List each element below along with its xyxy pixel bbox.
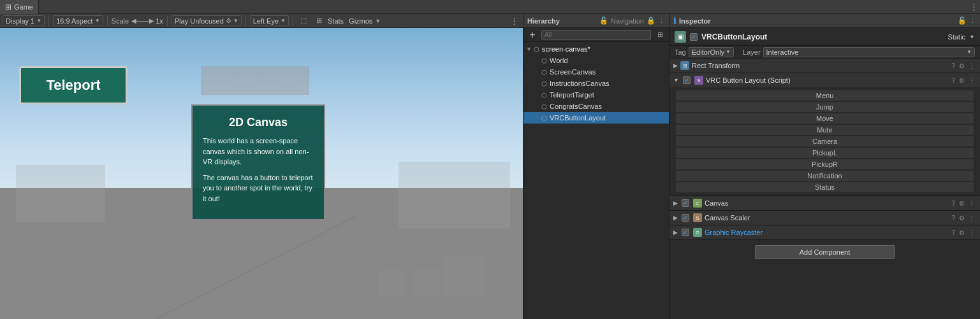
- inspector-object-row: ▣ ✓ VRCButtonLayout Static ▼: [669, 28, 980, 46]
- raycaster-settings-btn[interactable]: ⚙: [958, 229, 966, 236]
- rect-more-btn[interactable]: ⋮: [967, 62, 976, 69]
- play-mode-arrow: ▼: [233, 18, 238, 24]
- hier-world-icon: ⬡: [541, 57, 547, 64]
- inspector-panel-icons: 🔓 ⋮: [958, 17, 976, 25]
- script-more-btn[interactable]: ⋮: [967, 77, 976, 84]
- rect-transform-icon: ⊞: [680, 61, 689, 70]
- rect-transform-header[interactable]: ▶ ⊞ Rect Transform ? ⚙ ⋮: [669, 59, 980, 73]
- gizmos-arrow[interactable]: ▼: [375, 18, 381, 24]
- hierarchy-search-options[interactable]: ⊞: [654, 29, 666, 41]
- static-dropdown-arrow[interactable]: ▼: [969, 34, 975, 40]
- raycaster-icon: G: [693, 228, 702, 237]
- grid-icon[interactable]: ⊞: [312, 15, 325, 27]
- hierarchy-lock-icon[interactable]: 🔓: [599, 17, 608, 25]
- hierarchy-content: ▼ ⬡ screen-canvas* ⬡ World ⬡ ScreenCanva…: [523, 42, 669, 319]
- aspect-arrow: ▼: [95, 18, 100, 24]
- scaler-icon: S: [693, 213, 702, 222]
- script-cell-notification: Notification: [676, 171, 974, 181]
- tag-dropdown[interactable]: EditorOnly ▼: [689, 47, 734, 57]
- scale-control[interactable]: ◀——▶ 1x: [131, 17, 163, 25]
- script-cell-camera: Camera: [676, 136, 974, 146]
- gizmos-btn[interactable]: Gizmos: [349, 17, 372, 25]
- navigation-tab-label[interactable]: Navigation: [611, 17, 644, 25]
- script-row-status: Status: [675, 181, 975, 193]
- hierarchy-add-btn[interactable]: +: [526, 29, 539, 41]
- script-checkbox[interactable]: ✓: [683, 76, 691, 84]
- aspect-dropdown[interactable]: 16:9 Aspect ▼: [53, 15, 103, 26]
- hier-more[interactable]: ⋮: [658, 17, 665, 25]
- display-arrow: ▼: [36, 18, 41, 24]
- eye-dropdown[interactable]: Left Eye ▼: [250, 15, 289, 26]
- scaler-arrow: ▶: [673, 215, 678, 221]
- script-cell-move: Move: [676, 113, 974, 124]
- hier-vrc-label: VRCButtonLayout: [550, 114, 606, 122]
- canvas-icon: C: [693, 199, 702, 208]
- scaler-more-btn[interactable]: ⋮: [967, 215, 976, 222]
- script-settings-btn[interactable]: ⚙: [958, 77, 966, 84]
- ui-rect-top: [201, 66, 309, 95]
- rect-arrow: ▶: [673, 62, 678, 69]
- ui-rect-right: [399, 162, 510, 229]
- scaler-help-btn[interactable]: ?: [950, 215, 956, 222]
- game-toolbar: Display 1 ▼ 16:9 Aspect ▼ Scale ◀——▶ 1x …: [0, 14, 523, 28]
- canvas-settings-btn[interactable]: ⚙: [958, 200, 966, 207]
- rect-transform-section: ▶ ⊞ Rect Transform ? ⚙ ⋮: [669, 59, 980, 73]
- hier-item-vrc[interactable]: ⬡ VRCButtonLayout: [523, 112, 669, 124]
- hierarchy-search[interactable]: [541, 30, 651, 40]
- raycaster-checkbox[interactable]: ✓: [682, 229, 689, 236]
- hier-item-instructions[interactable]: ⬡ InstructionsCanvas: [523, 78, 669, 89]
- raycaster-header[interactable]: ▶ ✓ G Graphic Raycaster ? ⚙ ⋮: [669, 225, 980, 239]
- canvas-more-btn[interactable]: ⋮: [967, 200, 976, 207]
- stats-btn[interactable]: Stats: [328, 17, 344, 25]
- inspector-lock-icon[interactable]: 🔓: [958, 17, 967, 25]
- hier-world-label: World: [550, 57, 568, 64]
- add-component-btn[interactable]: Add Component: [755, 245, 895, 259]
- inspector-panel: ℹ Inspector 🔓 ⋮ ▣ ✓ VRCButtonLayout Stat…: [669, 14, 980, 319]
- hier-item-congrats[interactable]: ⬡ CongratsCanvas: [523, 101, 669, 112]
- static-label: Static: [948, 33, 966, 41]
- raycaster-actions: ? ⚙ ⋮: [950, 229, 976, 236]
- play-mode-dropdown[interactable]: Play Unfocused ⚙ ▼: [172, 15, 242, 26]
- sep4: [245, 16, 246, 26]
- raycaster-help-btn[interactable]: ?: [950, 229, 956, 236]
- game-tab[interactable]: ⊞ Game: [0, 0, 39, 14]
- script-header[interactable]: ▼ ✓ S VRC Button Layout (Script) ? ⚙ ⋮: [669, 73, 980, 87]
- hier-item-teleport[interactable]: ⬡ TeleportTarget: [523, 89, 669, 101]
- raycaster-more-btn[interactable]: ⋮: [967, 229, 976, 236]
- hier-item-world[interactable]: ⬡ World: [523, 55, 669, 66]
- rect-help-btn[interactable]: ?: [950, 62, 956, 69]
- script-content: Menu Jump Move Mute Camera Pic: [669, 87, 980, 195]
- layer-dropdown[interactable]: Interactive ▼: [763, 47, 975, 57]
- canvas-actions: ? ⚙ ⋮: [950, 200, 976, 207]
- layer-value: Interactive: [766, 48, 799, 56]
- hier-vrc-icon: ⬡: [541, 115, 547, 122]
- script-help-btn[interactable]: ?: [950, 77, 956, 84]
- canvas-help-btn[interactable]: ?: [950, 200, 956, 207]
- inspector-title: Inspector: [679, 17, 711, 25]
- vr-icon[interactable]: ⬚: [297, 15, 310, 27]
- script-cell-pickupr: PickupR: [676, 159, 974, 169]
- hier-root[interactable]: ▼ ⬡ screen-canvas*: [523, 43, 669, 55]
- object-type-icon: ▣: [675, 31, 686, 43]
- canvas-header[interactable]: ▶ ✓ C Canvas ? ⚙ ⋮: [669, 196, 980, 210]
- more-options-btn[interactable]: ⋮: [967, 1, 980, 13]
- canvas-scaler-section: ▶ ✓ S Canvas Scaler ? ⚙ ⋮: [669, 211, 980, 225]
- script-row-pickupr: PickupR: [675, 159, 975, 170]
- canvas-checkbox[interactable]: ✓: [682, 199, 689, 207]
- scaler-checkbox[interactable]: ✓: [682, 214, 689, 222]
- tag-value: EditorOnly: [692, 48, 724, 56]
- hier-item-screencanvas[interactable]: ⬡ ScreenCanvas: [523, 66, 669, 78]
- sep5: [293, 16, 293, 26]
- inspector-more[interactable]: ⋮: [969, 17, 976, 25]
- active-checkbox[interactable]: ✓: [690, 33, 698, 41]
- script-cell-jump: Jump: [676, 102, 974, 112]
- display-dropdown[interactable]: Display 1 ▼: [3, 15, 45, 26]
- scale-label: Scale: [112, 17, 129, 25]
- scaler-settings-btn[interactable]: ⚙: [958, 215, 966, 222]
- rect-settings-btn[interactable]: ⚙: [958, 62, 966, 69]
- game-more-btn[interactable]: ⋮: [508, 15, 520, 27]
- hier-lock2[interactable]: 🔒: [647, 17, 655, 25]
- rect-transform-label: Rect Transform: [692, 62, 947, 69]
- canvas-scaler-header[interactable]: ▶ ✓ S Canvas Scaler ? ⚙ ⋮: [669, 211, 980, 225]
- teleport-label: Teleport: [46, 77, 100, 93]
